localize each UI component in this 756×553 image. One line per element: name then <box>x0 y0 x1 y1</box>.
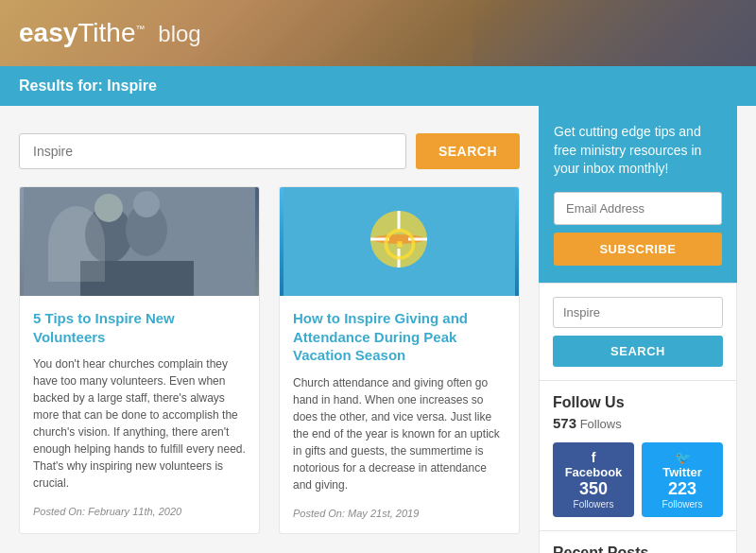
site-header: easyTithe™ blog <box>0 0 756 66</box>
follow-count: 573 Follows <box>553 415 723 431</box>
article-card: How to Inspire Giving and Attendance Dur… <box>279 186 520 534</box>
vacation-image-svg <box>280 187 519 296</box>
svg-rect-6 <box>284 187 515 296</box>
article-excerpt: You don't hear churches complain they ha… <box>33 355 246 492</box>
sidebar-cta-text: Get cutting edge tips and free ministry … <box>554 123 722 179</box>
results-bar: Results for: Inspire <box>0 66 756 106</box>
sidebar: Get cutting edge tips and free ministry … <box>539 106 737 553</box>
sidebar-search-input[interactable] <box>553 297 723 328</box>
article-title[interactable]: 5 Tips to Inspire New Volunteers <box>33 309 246 346</box>
article-grid: 5 Tips to Inspire New Volunteers You don… <box>19 186 520 553</box>
recent-posts-title: Recent Posts <box>553 544 723 553</box>
logo-blog: blog <box>158 21 200 46</box>
search-form: SEARCH <box>19 133 520 169</box>
svg-point-5 <box>133 191 160 217</box>
follow-section: Follow Us 573 Follows f Facebook 350 Fol… <box>539 381 737 531</box>
twitter-count: 223 <box>647 479 717 499</box>
email-field[interactable] <box>554 192 722 225</box>
svg-point-7 <box>370 211 427 268</box>
svg-point-8 <box>372 234 425 244</box>
article-card: 5 Tips to Inspire New Volunteers You don… <box>19 186 260 534</box>
logo-tm: ™ <box>136 24 146 34</box>
logo[interactable]: easyTithe™ blog <box>19 18 201 48</box>
facebook-count: 350 <box>558 479 628 499</box>
results-term: Inspire <box>107 78 156 94</box>
facebook-followers: Followers <box>558 499 628 510</box>
sidebar-search-button[interactable]: SEARCH <box>553 336 723 367</box>
svg-rect-3 <box>80 261 194 296</box>
twitter-icon: 🐦 <box>675 450 691 465</box>
search-button[interactable]: SEARCH <box>416 133 520 169</box>
volunteers-image-svg <box>20 187 259 296</box>
article-excerpt: Church attendance and giving often go ha… <box>293 374 506 493</box>
content-area: SEARCH 5 Tips to Inspire <box>0 106 539 553</box>
facebook-label: Facebook <box>558 465 628 479</box>
subscribe-button[interactable]: SUBSCRIBE <box>554 233 722 266</box>
results-label: Results for: <box>19 78 103 94</box>
logo-tithe: Tithe <box>77 18 135 47</box>
recent-posts: Recent Posts Here's What's New—easyTithe… <box>539 531 737 553</box>
article-image <box>20 187 259 296</box>
facebook-button[interactable]: f Facebook 350 Followers <box>553 442 634 517</box>
social-buttons: f Facebook 350 Followers 🐦 Twitter 223 F… <box>553 442 723 517</box>
sidebar-search-form: SEARCH <box>539 283 737 381</box>
article-date: Posted On: February 11th, 2020 <box>33 506 181 517</box>
follow-title: Follow Us <box>553 394 723 411</box>
search-input[interactable] <box>19 133 406 169</box>
sidebar-cta: Get cutting edge tips and free ministry … <box>539 106 737 283</box>
follow-label: Follows <box>580 417 622 431</box>
twitter-followers: Followers <box>647 499 717 510</box>
article-image <box>280 187 519 296</box>
article-title[interactable]: How to Inspire Giving and Attendance Dur… <box>293 309 506 365</box>
facebook-icon: f <box>592 450 596 465</box>
svg-point-4 <box>94 194 123 222</box>
follow-number: 573 <box>553 415 576 431</box>
logo-easy: easy <box>19 18 77 47</box>
twitter-label: Twitter <box>647 465 717 479</box>
twitter-button[interactable]: 🐦 Twitter 223 Followers <box>642 442 723 517</box>
article-date: Posted On: May 21st, 2019 <box>293 508 419 519</box>
main-container: SEARCH 5 Tips to Inspire <box>0 106 756 553</box>
